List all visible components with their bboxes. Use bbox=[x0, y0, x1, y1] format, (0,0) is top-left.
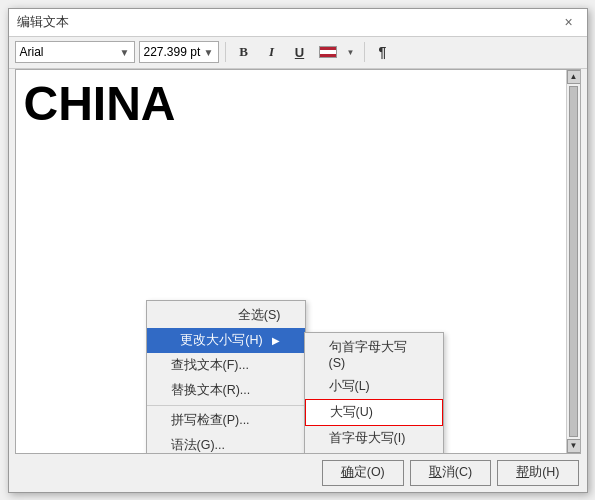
font-size-arrow: ▼ bbox=[204, 47, 214, 58]
flag-button[interactable] bbox=[316, 41, 340, 63]
cancel-button[interactable]: 取消(C) bbox=[410, 460, 491, 486]
submenu-item-lowercase[interactable]: 小写(L) bbox=[305, 374, 443, 399]
italic-button[interactable]: I bbox=[260, 41, 284, 63]
close-button[interactable]: × bbox=[559, 12, 579, 32]
bold-button[interactable]: B bbox=[232, 41, 256, 63]
bottom-bar: 确定(O) 取消(C) 帮助(H) bbox=[9, 454, 587, 492]
menu-label-change-case: 更改大小写(H) bbox=[180, 332, 262, 349]
help-label: 帮助(H) bbox=[516, 464, 559, 481]
submenu-item-toggle-case[interactable]: 大小写转换(G) bbox=[305, 451, 443, 454]
submenu-arrow-change-case: ▶ bbox=[272, 335, 280, 346]
font-name-arrow: ▼ bbox=[120, 47, 130, 58]
menu-item-find-text[interactable]: 查找文本(F)... bbox=[147, 353, 305, 378]
text-area[interactable]: CHINA ▲ ▼ 全选(S) 更改大小写(H) ▶ 查找文本(F)... bbox=[15, 69, 581, 454]
ok-button[interactable]: 确定(O) bbox=[322, 460, 404, 486]
menu-label-find-text: 查找文本(F)... bbox=[171, 357, 249, 374]
font-size-label: 227.399 pt bbox=[144, 45, 201, 59]
menu-item-select-all[interactable]: 全选(S) bbox=[147, 303, 305, 328]
cancel-label: 取消(C) bbox=[429, 464, 472, 481]
scroll-up-button[interactable]: ▲ bbox=[567, 70, 581, 84]
submenu-item-uppercase[interactable]: 大写(U) bbox=[305, 399, 443, 426]
toolbar-separator-2 bbox=[364, 42, 365, 62]
font-size-select[interactable]: 227.399 pt ▼ bbox=[139, 41, 219, 63]
toolbar: Arial ▼ 227.399 pt ▼ B I U ▼ ¶ bbox=[9, 37, 587, 69]
menu-item-spell-check[interactable]: 拼写检查(P)... bbox=[147, 408, 305, 433]
scroll-thumb[interactable] bbox=[569, 86, 578, 437]
toolbar-separator-1 bbox=[225, 42, 226, 62]
menu-item-change-case[interactable]: 更改大小写(H) ▶ bbox=[147, 328, 305, 353]
scroll-down-button[interactable]: ▼ bbox=[567, 439, 581, 453]
font-name-select[interactable]: Arial ▼ bbox=[15, 41, 135, 63]
menu-item-grammar[interactable]: 语法(G)... bbox=[147, 433, 305, 454]
help-button[interactable]: 帮助(H) bbox=[497, 460, 578, 486]
flag-dropdown-button[interactable]: ▼ bbox=[344, 41, 358, 63]
menu-label-spell-check: 拼写检查(P)... bbox=[171, 412, 250, 429]
paragraph-button[interactable]: ¶ bbox=[371, 41, 395, 63]
submenu-label-title-case: 首字母大写(I) bbox=[329, 430, 406, 447]
submenu-label-sentence-case: 句首字母大写(S) bbox=[329, 339, 419, 370]
underline-button[interactable]: U bbox=[288, 41, 312, 63]
flag-icon bbox=[319, 46, 337, 58]
submenu-item-sentence-case[interactable]: 句首字母大写(S) bbox=[305, 335, 443, 374]
title-bar: 编辑文本 × bbox=[9, 9, 587, 37]
menu-item-replace-text[interactable]: 替换文本(R)... bbox=[147, 378, 305, 403]
ok-label: 确定(O) bbox=[341, 464, 385, 481]
dialog-title: 编辑文本 bbox=[17, 13, 69, 31]
font-name-label: Arial bbox=[20, 45, 44, 59]
menu-label-select-all: 全选(S) bbox=[238, 307, 281, 324]
submenu-change-case: 句首字母大写(S) 小写(L) 大写(U) 首字母大写(I) 大小写转换(G) bbox=[304, 332, 444, 454]
vertical-scrollbar[interactable]: ▲ ▼ bbox=[566, 70, 580, 453]
submenu-label-lowercase: 小写(L) bbox=[329, 378, 370, 395]
context-menu: 全选(S) 更改大小写(H) ▶ 查找文本(F)... 替换文本(R)... 拼… bbox=[146, 300, 306, 454]
menu-label-replace-text: 替换文本(R)... bbox=[171, 382, 251, 399]
edit-text-dialog: 编辑文本 × Arial ▼ 227.399 pt ▼ B I U ▼ ¶ CH… bbox=[8, 8, 588, 493]
submenu-item-title-case[interactable]: 首字母大写(I) bbox=[305, 426, 443, 451]
submenu-label-uppercase: 大写(U) bbox=[330, 404, 373, 421]
menu-label-grammar: 语法(G)... bbox=[171, 437, 225, 454]
menu-separator-1 bbox=[147, 405, 305, 406]
text-display: CHINA bbox=[16, 70, 580, 139]
